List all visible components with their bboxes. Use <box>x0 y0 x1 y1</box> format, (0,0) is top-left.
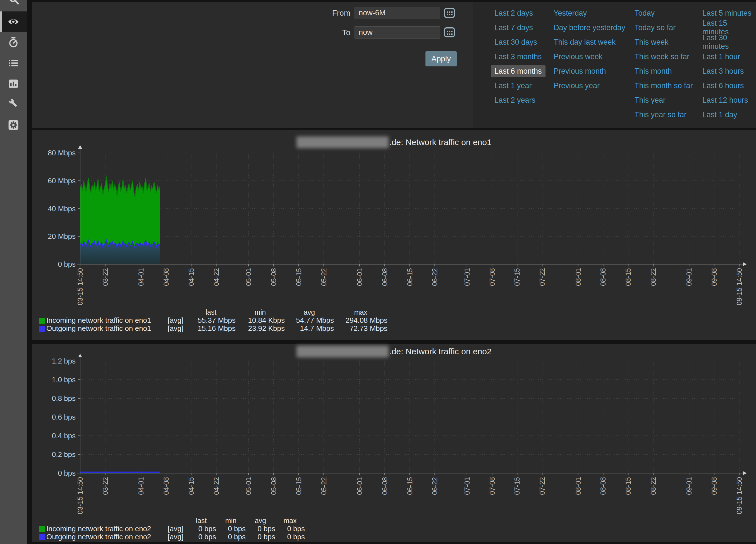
range-last-1-year[interactable]: Last 1 year <box>491 80 535 92</box>
y-axis-label: 20 Mbps <box>48 232 76 241</box>
legend-value-avg: 14.7 Mbps <box>285 324 334 333</box>
range-this-day-last-week[interactable]: This day last week <box>550 36 619 48</box>
bar-chart-icon <box>7 78 20 90</box>
from-input[interactable] <box>355 7 440 19</box>
range-this-month-so-far[interactable]: This month so far <box>631 80 697 92</box>
x-axis-label: 06-22 <box>431 477 439 495</box>
range-previous-week[interactable]: Previous week <box>550 51 606 63</box>
range-last-3-months[interactable]: Last 3 months <box>491 51 546 63</box>
apply-button[interactable]: Apply <box>425 51 457 66</box>
range-this-week-so-far[interactable]: This week so far <box>631 51 693 63</box>
sidebar-item-administration[interactable] <box>0 115 27 135</box>
x-axis-label: 05-15 <box>295 268 303 286</box>
range-row: Last 1 day <box>699 107 756 122</box>
range-today-so-far[interactable]: Today so far <box>631 22 679 34</box>
range-row: Last 6 hours <box>699 78 756 93</box>
x-axis-label: 06-08 <box>381 268 389 286</box>
legend-header-min: min <box>236 308 285 316</box>
x-axis-label: 09-01 <box>685 477 693 495</box>
x-axis-label: 07-15 <box>513 268 521 286</box>
range-last-2-days[interactable]: Last 2 days <box>491 7 537 19</box>
traffic-graph-eno2[interactable]: 1.2 bps1.0 bps0.8 bps0.6 bps0.4 bps0.2 b… <box>32 344 756 542</box>
legend-header-last: last <box>186 308 236 316</box>
range-row: Yesterday <box>550 6 629 20</box>
legend-swatch <box>39 317 46 323</box>
graph-legend-eno1: lastminavgmaxIncoming network traffic on… <box>39 308 387 332</box>
sidebar-item-configuration[interactable] <box>0 93 27 114</box>
to-label: To <box>308 26 350 39</box>
range-day-before-yesterday[interactable]: Day before yesterday <box>550 22 629 34</box>
range-this-month[interactable]: This month <box>631 65 676 77</box>
range-yesterday[interactable]: Yesterday <box>550 7 590 19</box>
sidebar-item-search[interactable] <box>0 0 27 10</box>
sidebar-item-inventory[interactable] <box>0 53 27 73</box>
from-label: From <box>308 7 350 20</box>
legend-series-name: Outgoing network traffic on eno1 <box>46 324 165 333</box>
time-filter-panel: From To Apply Last 2 daysLast 7 daysLast… <box>32 2 756 128</box>
sidebar-item-monitoring[interactable] <box>0 11 27 32</box>
legend-series-name: Outgoing network traffic on eno2 <box>46 533 165 541</box>
range-row: Last 2 days <box>491 6 546 20</box>
legend-value-min: 10.84 Kbps <box>236 316 285 325</box>
range-row: This month <box>631 64 697 78</box>
range-last-7-days[interactable]: Last 7 days <box>491 22 537 34</box>
range-last-2-years[interactable]: Last 2 years <box>491 94 539 106</box>
range-row: Last 7 days <box>491 20 546 35</box>
x-axis-label: 05-08 <box>270 268 277 286</box>
to-calendar-button[interactable] <box>444 27 455 38</box>
range-last-12-hours[interactable]: Last 12 hours <box>699 94 752 106</box>
x-axis-label: 03-22 <box>101 268 109 286</box>
gear-icon <box>7 119 20 131</box>
range-previous-year[interactable]: Previous year <box>550 80 603 92</box>
x-axis-label: 03-15 14:50 <box>76 477 84 514</box>
range-row: This week so far <box>631 49 697 64</box>
legend-series-name: Incoming network traffic on eno1 <box>46 316 165 325</box>
legend-header-avg: avg <box>246 517 275 525</box>
x-axis-label: 08-01 <box>574 477 582 495</box>
x-axis-label: 04-22 <box>212 268 220 286</box>
x-axis-label: 09-15 14:50 <box>735 268 743 305</box>
x-axis-label: 04-15 <box>187 268 195 286</box>
x-axis-label: 07-15 <box>513 477 521 495</box>
legend-value-max: 294.08 Mbps <box>334 316 387 325</box>
y-axis-label: 1.0 bps <box>52 375 76 384</box>
y-axis-label: 0 bps <box>58 260 76 269</box>
range-last-3-hours[interactable]: Last 3 hours <box>699 65 748 77</box>
x-axis-label: 08-01 <box>574 268 582 286</box>
x-axis-label: 05-22 <box>320 477 328 495</box>
x-axis-label: 08-22 <box>649 268 657 286</box>
range-last-30-days[interactable]: Last 30 days <box>491 36 541 48</box>
range-last-1-hour[interactable]: Last 1 hour <box>699 51 744 63</box>
sidebar-item-services[interactable] <box>0 32 27 53</box>
legend-value-min: 0 bps <box>216 524 246 533</box>
range-previous-month[interactable]: Previous month <box>550 65 610 77</box>
range-row: Last 3 hours <box>699 64 756 78</box>
range-row: This year so far <box>631 107 697 122</box>
legend-value-last: 15.16 Mbps <box>186 324 236 333</box>
range-row: Last 2 years <box>491 93 546 107</box>
legend-aggregation: [avg] <box>165 324 186 333</box>
range-row: Today so far <box>631 20 697 35</box>
y-axis-label: 80 Mbps <box>48 149 76 157</box>
x-axis-label: 07-22 <box>538 477 546 495</box>
from-calendar-button[interactable] <box>444 7 455 18</box>
stopwatch-icon <box>7 36 20 49</box>
x-axis-label: 06-15 <box>406 268 414 286</box>
range-last-6-months[interactable]: Last 6 months <box>491 65 546 77</box>
range-last-6-hours[interactable]: Last 6 hours <box>699 80 748 92</box>
page: From To Apply Last 2 daysLast 7 daysLast… <box>0 0 756 544</box>
legend-aggregation: [avg] <box>165 524 186 533</box>
to-input[interactable] <box>355 26 440 39</box>
x-axis-label: 04-15 <box>187 477 195 495</box>
range-last-1-day[interactable]: Last 1 day <box>699 109 741 121</box>
range-row: This week <box>631 35 697 49</box>
range-this-year[interactable]: This year <box>631 94 669 106</box>
range-this-week[interactable]: This week <box>631 36 672 48</box>
range-column-4: Last 5 minutesLast 15 minutesLast 30 min… <box>699 6 756 122</box>
range-column-2: YesterdayDay before yesterdayThis day la… <box>550 6 629 93</box>
x-axis-label: 04-22 <box>212 477 220 495</box>
wrench-icon <box>7 97 20 109</box>
range-this-year-so-far[interactable]: This year so far <box>631 109 690 121</box>
range-today[interactable]: Today <box>631 7 658 19</box>
sidebar-item-reports[interactable] <box>0 73 27 94</box>
